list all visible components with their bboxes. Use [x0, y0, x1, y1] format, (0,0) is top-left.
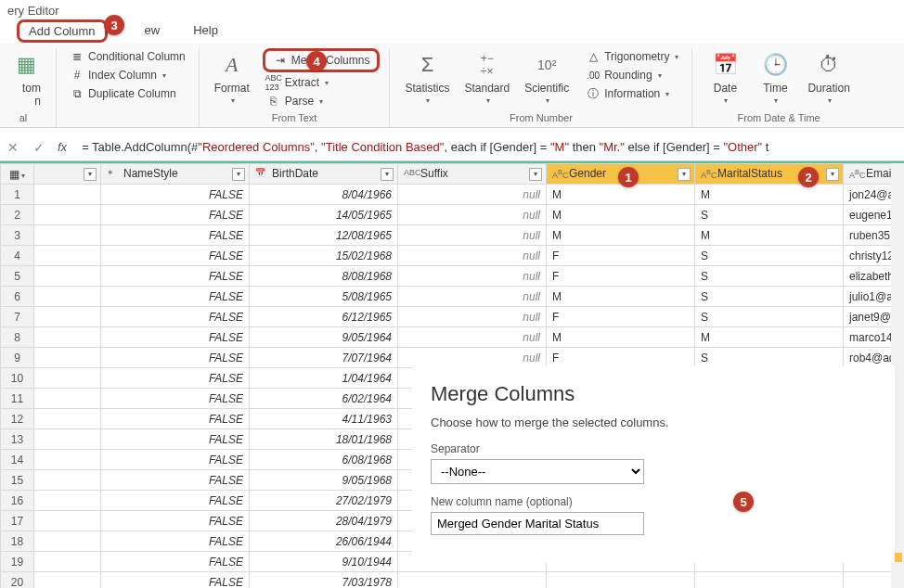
extract-button[interactable]: ABC123Extract▾	[263, 74, 332, 91]
table-row[interactable]: 20FALSE7/03/1978	[1, 572, 904, 589]
cell[interactable]	[34, 511, 101, 531]
cell-namestyle[interactable]: FALSE	[101, 572, 250, 589]
table-row[interactable]: 3FALSE12/08/1965nullMMruben35@a	[1, 225, 904, 246]
filter-icon[interactable]: ▾	[678, 168, 691, 181]
cell-suffix[interactable]: null	[398, 307, 547, 327]
cell-birthdate[interactable]: 5/08/1965	[250, 287, 398, 307]
cell-namestyle[interactable]: FALSE	[101, 266, 250, 287]
row-number[interactable]: 5	[1, 266, 34, 287]
cell-birthdate[interactable]: 4/11/1963	[250, 409, 398, 429]
cell[interactable]	[34, 409, 101, 429]
cell-marital[interactable]: S	[695, 266, 844, 287]
filter-icon[interactable]: ▾	[232, 168, 245, 181]
cell-gender[interactable]: F	[547, 246, 695, 266]
row-number[interactable]: 9	[1, 348, 34, 368]
cell-birthdate[interactable]: 9/05/1964	[250, 327, 398, 348]
table-row[interactable]: 2FALSE14/05/1965nullMSeugene10@a	[1, 205, 904, 225]
cell-gender[interactable]: M	[547, 327, 695, 348]
cell-birthdate[interactable]: 7/03/1978	[250, 572, 398, 589]
row-number[interactable]: 16	[1, 491, 34, 511]
row-number[interactable]: 10	[1, 368, 34, 389]
trigonometry-button[interactable]: △Trigonometry▾	[582, 48, 682, 65]
date-button[interactable]: 📅Date▾	[702, 48, 748, 107]
information-button[interactable]: ⓘInformation▾	[582, 85, 673, 102]
row-number[interactable]: 7	[1, 307, 34, 327]
cell[interactable]	[34, 225, 101, 246]
formula-accept-button[interactable]: ✓	[26, 134, 52, 160]
cell-namestyle[interactable]: FALSE	[101, 287, 250, 307]
cell-suffix[interactable]: null	[398, 327, 547, 348]
row-number[interactable]: 3	[1, 225, 34, 246]
row-number[interactable]: 8	[1, 327, 34, 348]
cell-birthdate[interactable]: 12/08/1965	[250, 225, 398, 246]
conditional-column-button[interactable]: ≣Conditional Column	[66, 48, 189, 65]
cell-birthdate[interactable]: 8/08/1968	[250, 266, 398, 287]
cell-marital[interactable]: S	[695, 307, 844, 327]
cell-suffix[interactable]: null	[398, 185, 547, 205]
row-number[interactable]: 20	[1, 572, 34, 589]
cell-namestyle[interactable]: FALSE	[101, 389, 250, 409]
column-header-marital[interactable]: ABCMaritalStatus▾	[695, 164, 844, 185]
cell-gender[interactable]: M	[547, 225, 695, 246]
cell-namestyle[interactable]: FALSE	[101, 307, 250, 327]
duration-button[interactable]: ⏱Duration▾	[802, 48, 855, 107]
cell[interactable]	[34, 246, 101, 266]
cell-namestyle[interactable]: FALSE	[101, 225, 250, 246]
tab-help[interactable]: Help	[186, 19, 226, 43]
cell-marital[interactable]: M	[695, 327, 844, 348]
row-number[interactable]: 4	[1, 246, 34, 266]
row-number[interactable]: 15	[1, 470, 34, 491]
cell-namestyle[interactable]: FALSE	[101, 531, 250, 552]
cell-birthdate[interactable]: 18/01/1968	[250, 429, 398, 450]
table-row[interactable]: 1FALSE8/04/1966nullMMjon24@adve	[1, 185, 904, 205]
cell[interactable]	[34, 205, 101, 225]
fx-icon[interactable]: fx	[58, 140, 67, 154]
row-number[interactable]: 1	[1, 185, 34, 205]
cell[interactable]	[34, 368, 101, 389]
statistics-button[interactable]: ΣStatistics▾	[399, 48, 455, 107]
table-corner[interactable]: ▦▾	[1, 164, 34, 185]
cell[interactable]	[34, 429, 101, 450]
index-column-button[interactable]: #Index Column▾	[66, 67, 170, 83]
row-number[interactable]: 12	[1, 409, 34, 429]
cell-gender[interactable]: F	[547, 266, 695, 287]
cell-suffix[interactable]: null	[398, 246, 547, 266]
row-number[interactable]: 19	[1, 552, 34, 572]
cell-birthdate[interactable]: 6/12/1965	[250, 307, 398, 327]
formula-cancel-button[interactable]: ✕	[0, 134, 26, 160]
rounding-button[interactable]: .00Rounding▾	[582, 67, 665, 83]
row-number[interactable]: 13	[1, 429, 34, 450]
cell-marital[interactable]	[695, 572, 844, 589]
cell-namestyle[interactable]: FALSE	[101, 246, 250, 266]
cell-namestyle[interactable]: FALSE	[101, 185, 250, 205]
cell[interactable]	[34, 307, 101, 327]
cell-marital[interactable]: S	[695, 205, 844, 225]
cell[interactable]	[34, 572, 101, 589]
cell-suffix[interactable]: null	[398, 205, 547, 225]
filter-icon[interactable]: ▾	[826, 168, 839, 181]
formula-text[interactable]: = Table.AddColumn(#"Reordered Columns", …	[72, 140, 904, 154]
cell-gender[interactable]: M	[547, 205, 695, 225]
tab-view[interactable]: ew	[145, 19, 168, 43]
column-header-namestyle[interactable]: ✶NameStyle▾	[101, 164, 250, 185]
row-number[interactable]: 14	[1, 450, 34, 470]
cell-birthdate[interactable]: 8/04/1966	[250, 185, 398, 205]
column-header-hidden[interactable]: ▾	[34, 164, 101, 185]
tab-add-column[interactable]: Add Column	[17, 19, 108, 43]
table-row[interactable]: 5FALSE8/08/1968nullFSelizabeth5@	[1, 266, 904, 287]
cell-birthdate[interactable]: 7/07/1964	[250, 348, 398, 368]
cell-marital[interactable]: S	[695, 246, 844, 266]
cell-birthdate[interactable]: 6/02/1964	[250, 389, 398, 409]
filter-icon[interactable]: ▾	[381, 168, 394, 181]
cell-namestyle[interactable]: FALSE	[101, 327, 250, 348]
cell-namestyle[interactable]: FALSE	[101, 368, 250, 389]
cell-suffix[interactable]	[398, 572, 547, 589]
cell[interactable]	[34, 327, 101, 348]
cell[interactable]	[34, 450, 101, 470]
cell-namestyle[interactable]: FALSE	[101, 429, 250, 450]
cell-birthdate[interactable]: 26/06/1944	[250, 531, 398, 552]
custom-column-button[interactable]: ▦ tom n	[0, 48, 46, 109]
cell[interactable]	[34, 470, 101, 491]
cell-namestyle[interactable]: FALSE	[101, 450, 250, 470]
cell-suffix[interactable]: null	[398, 225, 547, 246]
